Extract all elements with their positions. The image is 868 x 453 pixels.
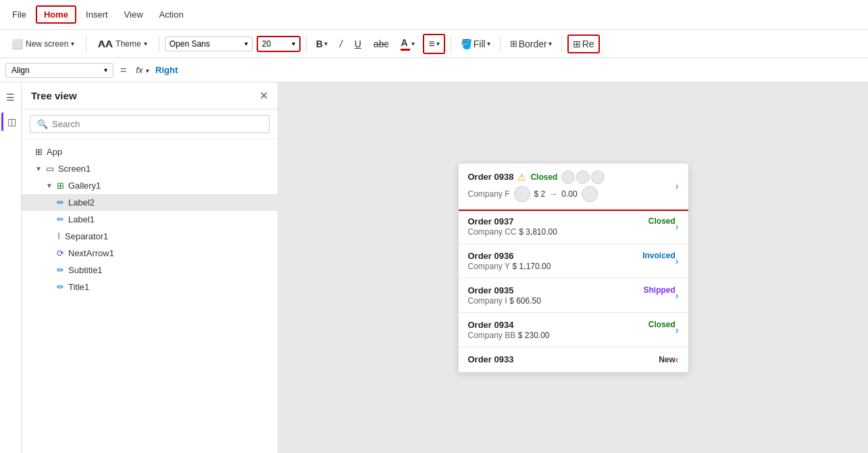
re-label: Re (582, 39, 594, 49)
tree-item-label-subtitle1: Subtitle1 (68, 265, 103, 275)
chevron-icon-0938: › (675, 181, 679, 191)
chevron-down-icon-theme: ▾ (144, 40, 147, 47)
tree-item-label1[interactable]: ✏ Label1 (22, 211, 278, 228)
layers-button[interactable]: ◫ (1, 112, 20, 131)
order-number-0935: Order 0935 (468, 285, 514, 295)
order-amount-0937: $ 3,810.00 (519, 227, 557, 237)
border-label: Border (519, 39, 547, 49)
company-name-0937: Company CC (468, 227, 517, 237)
warning-icon-0938: ⚠ (517, 172, 526, 183)
new-screen-label: New screen (26, 39, 68, 49)
fill-label: Fill (474, 39, 486, 49)
underline-button[interactable]: U (351, 36, 365, 52)
nextarrow-icon: ⟳ (57, 248, 64, 258)
tree-item-separator1[interactable]: ⌇ Separator1 (22, 228, 278, 245)
menu-home[interactable]: Home (36, 5, 76, 24)
divider-3 (306, 36, 307, 52)
tree-item-label2[interactable]: ✏ Label2 (22, 194, 278, 211)
divider-6 (561, 36, 562, 52)
hamburger-menu-button[interactable]: ☰ (1, 88, 20, 107)
menu-insert[interactable]: Insert (79, 7, 115, 22)
row-right-0933: ‹ (675, 354, 679, 365)
font-name: Open Sans (170, 39, 210, 49)
tree-item-screen1[interactable]: ▼ ▭ Screen1 (22, 160, 278, 177)
tree-item-label-gallery1: Gallery1 (68, 181, 101, 191)
tree-panel: Tree view ✕ 🔍 ⊞ App ▼ ▭ Screen1 (22, 82, 278, 453)
order-status-0933: New (659, 355, 675, 364)
chevron-down-icon: ▾ (71, 40, 74, 47)
menu-action[interactable]: Action (153, 7, 190, 22)
fill-button[interactable]: 🪣 Fill ▾ (457, 36, 494, 52)
circle-1 (561, 170, 575, 184)
align-icon: ≡ (428, 38, 434, 50)
order-number-0936: Order 0936 (468, 251, 514, 261)
theme-button[interactable]: 𝗔𝗔 Theme ▾ (92, 35, 153, 53)
tree-item-gallery1[interactable]: ▼ ⊞ Gallery1 (22, 177, 278, 194)
company-name-0936: Company Y (468, 262, 510, 271)
divider-5 (500, 36, 501, 52)
main-layout: ☰ ◫ Tree view ✕ 🔍 ⊞ App (0, 82, 868, 453)
company-name-0935: Company I (468, 296, 507, 306)
gallery-row-0938[interactable]: Order 0938 ⚠ Closed Company F (459, 164, 688, 210)
align-button[interactable]: ≡ ▾ (423, 34, 444, 54)
tree-arrow-gallery1: ▼ (46, 182, 53, 189)
order-number-0934: Order 0934 (468, 320, 514, 330)
order-amount-0938: $ 2 (534, 189, 546, 199)
tree-item-title1[interactable]: ✏ Title1 (22, 279, 278, 295)
border-icon: ⊞ (510, 39, 517, 49)
order-number-0938: Order 0938 (468, 172, 514, 182)
formula-value[interactable]: Right (155, 65, 178, 75)
tree-item-label-title1: Title1 (68, 282, 89, 292)
property-selector[interactable]: Align ▾ (5, 63, 113, 78)
font-size-value: 20 (262, 39, 271, 49)
chevron-border: ▾ (548, 40, 552, 47)
tree-item-label-label1: Label1 (68, 214, 95, 224)
order-status-0936: Invoiced (642, 251, 675, 260)
order-status-0934: Closed (648, 320, 675, 329)
tree-content: ⊞ App ▼ ▭ Screen1 ▼ ⊞ Gallery1 ✏ La (22, 139, 278, 453)
bold-button[interactable]: B ▾ (312, 36, 332, 52)
chevron-font-color: ▾ (411, 40, 415, 47)
gallery-row-0937[interactable]: Order 0937 Closed Company CC $ 3,810.00 … (459, 210, 688, 244)
property-label: Align (11, 66, 30, 75)
row-left-0935: Order 0935 Shipped Company I $ 606.50 (468, 285, 675, 306)
subtitle-icon: ✏ (57, 265, 64, 275)
tree-item-label-label2: Label2 (68, 197, 95, 208)
bold-icon: B (316, 39, 323, 49)
tree-item-label-app: App (47, 147, 62, 157)
tree-item-app[interactable]: ⊞ App (22, 143, 278, 160)
tree-arrow-screen1: ▼ (35, 165, 42, 172)
row-left-0937: Order 0937 Closed Company CC $ 3,810.00 (468, 216, 675, 237)
circle-5 (582, 186, 598, 202)
close-button[interactable]: ✕ (259, 89, 268, 102)
gallery-row-0935[interactable]: Order 0935 Shipped Company I $ 606.50 › (459, 279, 688, 313)
border-button[interactable]: ⊞ Border ▾ (506, 36, 556, 52)
gallery-row-0934[interactable]: Order 0934 Closed Company BB $ 230.00 › (459, 313, 688, 348)
toolbar: ⬜ New screen ▾ 𝗔𝗔 Theme ▾ Open Sans ▾ 20… (0, 30, 868, 58)
chevron-icon-0935: › (675, 290, 679, 301)
order-amount-0936: $ 1,170.00 (513, 262, 551, 271)
title-icon: ✏ (57, 282, 64, 292)
overlay-circles3-0938 (582, 186, 598, 202)
menu-file[interactable]: File (5, 7, 33, 22)
font-selector[interactable]: Open Sans ▾ (165, 37, 253, 51)
fx-button[interactable]: fx ▾ (133, 65, 151, 75)
re-button[interactable]: ⊞ Re (567, 34, 600, 53)
tree-item-nextarrow1[interactable]: ⟳ NextArrow1 (22, 245, 278, 262)
overlay-circles-0938 (561, 170, 605, 184)
strikethrough-icon: abc (374, 39, 389, 49)
font-size-selector[interactable]: 20 ▾ (257, 36, 301, 52)
chevron-property: ▾ (104, 66, 107, 74)
chevron-icon-0934: › (675, 325, 679, 335)
font-color-button[interactable]: A ▾ (397, 34, 419, 53)
gallery-row-0933[interactable]: Order 0933 New ‹ (459, 348, 688, 373)
search-input[interactable] (52, 119, 262, 129)
strikethrough-button[interactable]: abc (369, 36, 393, 52)
order-amount2-0938: 0.00 (561, 189, 577, 199)
menu-view[interactable]: View (118, 7, 150, 22)
italic-button[interactable]: / (336, 36, 347, 52)
order-amount-0934: $ 230.00 (518, 331, 550, 340)
new-screen-button[interactable]: ⬜ New screen ▾ (5, 35, 80, 53)
gallery-row-0936[interactable]: Order 0936 Invoiced Company Y $ 1,170.00… (459, 244, 688, 279)
tree-item-subtitle1[interactable]: ✏ Subtitle1 (22, 262, 278, 279)
